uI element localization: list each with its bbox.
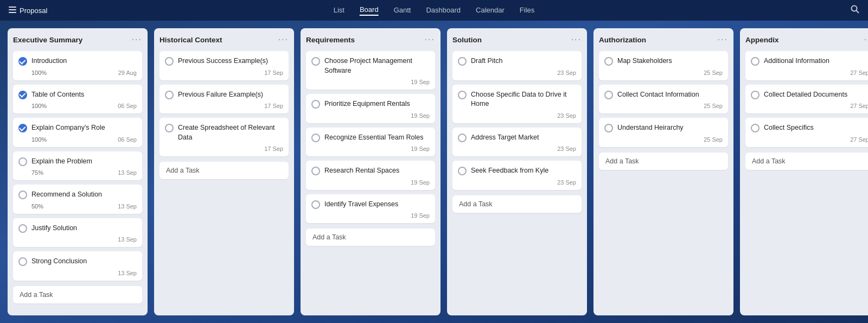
task-footer: 23 Sep	[458, 179, 576, 186]
task-name: Introduction	[31, 56, 137, 66]
task-footer: 100%06 Sep	[18, 103, 137, 109]
column-header-historical-context: Historical Context···	[159, 35, 289, 45]
task-card[interactable]: Collect Specifics27 Sep	[745, 118, 868, 147]
task-checkbox[interactable]	[751, 124, 760, 132]
column-menu-requirements[interactable]: ···	[425, 35, 435, 45]
column-menu-historical-context[interactable]: ···	[278, 35, 289, 45]
task-checkbox[interactable]	[751, 57, 760, 66]
add-task-button-requirements[interactable]: Add a Task	[306, 229, 435, 246]
task-footer: 27 Sep	[751, 136, 868, 143]
task-card[interactable]: Table of Contents100%06 Sep	[13, 85, 142, 114]
task-checkbox[interactable]	[18, 57, 27, 66]
task-card[interactable]: Recognize Essential Team Roles19 Sep	[306, 128, 435, 157]
task-date: 27 Sep	[850, 69, 868, 76]
task-date: 27 Sep	[850, 103, 868, 109]
task-name: Draft Pitch	[471, 56, 576, 66]
nav-calendar[interactable]: Calendar	[476, 6, 505, 15]
task-footer: 25 Sep	[604, 69, 723, 76]
task-card[interactable]: Choose Specific Data to Drive it Home23 …	[452, 85, 582, 123]
task-checkbox[interactable]	[311, 200, 320, 209]
nav-links: List Board Gantt Dashboard Calendar File…	[334, 5, 535, 16]
add-task-button-historical-context[interactable]: Add a Task	[159, 162, 289, 179]
task-name: Understand Heirarchy	[617, 123, 723, 133]
column-menu-executive-summary[interactable]: ···	[132, 35, 142, 45]
task-checkbox[interactable]	[18, 157, 27, 166]
task-card[interactable]: Introduction100%29 Aug	[13, 51, 142, 80]
task-card[interactable]: Collect Contact Information25 Sep	[599, 85, 728, 114]
task-card[interactable]: Explain Company's Role100%06 Sep	[13, 118, 142, 147]
task-footer: 19 Sep	[311, 112, 430, 119]
nav-files[interactable]: Files	[520, 6, 534, 15]
task-card[interactable]: Identify Travel Expenses19 Sep	[306, 194, 435, 224]
task-card[interactable]: Draft Pitch23 Sep	[452, 51, 582, 80]
task-checkbox[interactable]	[18, 124, 27, 132]
task-checkbox[interactable]	[311, 167, 320, 175]
task-checkbox[interactable]	[458, 91, 467, 99]
column-title-authorization: Authorization	[599, 36, 646, 44]
task-card[interactable]: Address Target Market23 Sep	[452, 128, 582, 157]
task-checkbox[interactable]	[604, 124, 613, 132]
task-card[interactable]: Choose Project Management Software19 Sep	[306, 51, 435, 90]
task-checkbox[interactable]	[458, 134, 467, 142]
task-card[interactable]: Justify Solution13 Sep	[13, 218, 142, 248]
task-card[interactable]: Additional Information27 Sep	[745, 51, 868, 80]
task-card[interactable]: Previous Success Example(s)17 Sep	[159, 51, 289, 80]
task-card[interactable]: Recommend a Solution50%13 Sep	[13, 185, 142, 214]
column-header-authorization: Authorization···	[599, 35, 728, 45]
nav-dashboard[interactable]: Dashboard	[426, 6, 461, 15]
task-checkbox[interactable]	[311, 134, 320, 142]
task-date: 27 Sep	[850, 136, 868, 143]
task-checkbox[interactable]	[311, 57, 320, 66]
task-card[interactable]: Prioritize Equipment Rentals19 Sep	[306, 94, 435, 123]
column-menu-solution[interactable]: ···	[571, 35, 582, 45]
nav-list[interactable]: List	[334, 6, 344, 15]
add-task-button-appendix[interactable]: Add a Task	[745, 153, 868, 170]
task-checkbox[interactable]	[18, 224, 27, 233]
task-date: 29 Aug	[118, 69, 137, 76]
task-date: 19 Sep	[411, 79, 430, 85]
svg-line-4	[857, 11, 859, 14]
task-progress: 50%	[31, 203, 43, 210]
nav-board[interactable]: Board	[360, 5, 379, 16]
topbar: Proposal List Board Gantt Dashboard Cale…	[0, 0, 868, 21]
search-icon[interactable]	[851, 5, 859, 16]
add-task-button-executive-summary[interactable]: Add a Task	[13, 286, 142, 303]
task-checkbox[interactable]	[165, 91, 174, 99]
task-name: Collect Specifics	[764, 123, 868, 133]
svg-rect-0	[9, 7, 16, 8]
add-task-button-authorization[interactable]: Add a Task	[599, 153, 728, 170]
task-card[interactable]: Explain the Problem75%13 Sep	[13, 151, 142, 181]
task-footer: 100%06 Sep	[18, 136, 137, 143]
task-checkbox[interactable]	[165, 57, 174, 66]
task-checkbox[interactable]	[751, 91, 760, 99]
task-date: 25 Sep	[704, 103, 723, 109]
column-menu-authorization[interactable]: ···	[718, 35, 728, 45]
task-card[interactable]: Collect Detailed Documents27 Sep	[745, 85, 868, 114]
nav-gantt[interactable]: Gantt	[394, 6, 411, 15]
task-checkbox[interactable]	[458, 57, 467, 66]
task-card[interactable]: Map Stakeholders25 Sep	[599, 51, 728, 80]
column-appendix: Appendix···Additional Information27 SepC…	[740, 28, 868, 315]
task-card[interactable]: Previous Failure Example(s)17 Sep	[159, 85, 289, 114]
task-checkbox[interactable]	[604, 57, 613, 66]
task-checkbox[interactable]	[18, 257, 27, 266]
column-header-executive-summary: Executive Summary···	[13, 35, 142, 45]
task-card[interactable]: Create Spreadsheet of Relevant Data17 Se…	[159, 118, 289, 156]
task-name: Recommend a Solution	[31, 190, 137, 200]
task-card[interactable]: Seek Feedback from Kyle23 Sep	[452, 161, 582, 190]
task-checkbox[interactable]	[604, 91, 613, 99]
task-checkbox[interactable]	[165, 124, 174, 132]
add-task-button-solution[interactable]: Add a Task	[452, 195, 582, 213]
task-footer: 17 Sep	[165, 69, 283, 76]
task-name: Seek Feedback from Kyle	[471, 166, 576, 176]
task-card[interactable]: Research Rental Spaces19 Sep	[306, 161, 435, 190]
task-card[interactable]: Understand Heirarchy25 Sep	[599, 118, 728, 147]
task-checkbox[interactable]	[18, 91, 27, 99]
task-card[interactable]: Strong Conclusion13 Sep	[13, 251, 142, 281]
task-checkbox[interactable]	[458, 167, 467, 175]
column-menu-appendix[interactable]: ···	[864, 35, 868, 45]
task-checkbox[interactable]	[311, 100, 320, 109]
task-footer: 27 Sep	[751, 69, 868, 76]
task-checkbox[interactable]	[18, 191, 27, 199]
task-footer: 75%13 Sep	[18, 169, 137, 176]
